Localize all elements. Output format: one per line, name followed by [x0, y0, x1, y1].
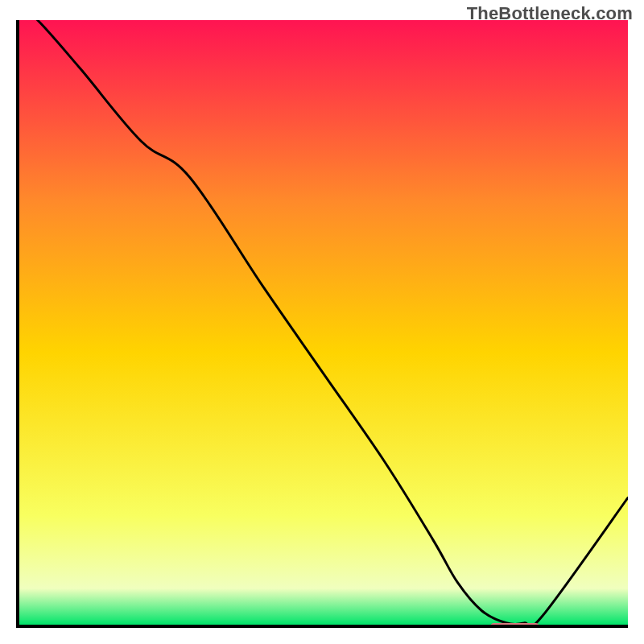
optimal-range-marker [490, 623, 539, 628]
chart-container: TheBottleneck.com [0, 0, 644, 644]
chart-curve-layer [19, 20, 628, 625]
plot-area [16, 20, 628, 628]
watermark-text: TheBottleneck.com [467, 3, 633, 24]
bottleneck-curve [19, 20, 628, 625]
